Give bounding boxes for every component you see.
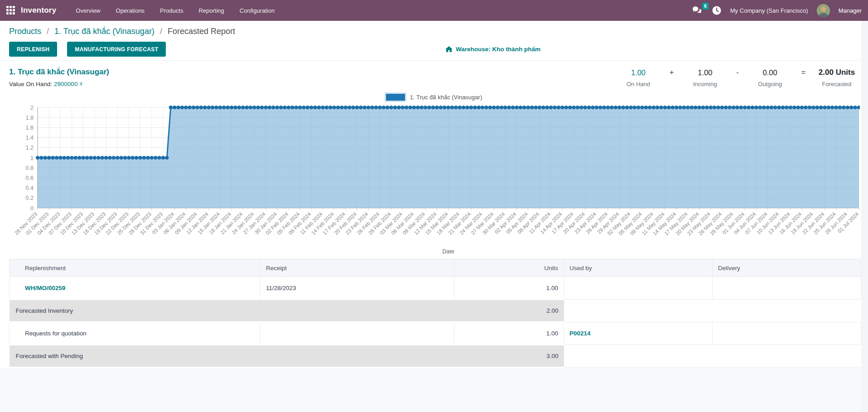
cell-receipt: 11/28/2023 — [260, 277, 454, 300]
chat-bubbles-icon — [692, 6, 703, 15]
cell-delivery — [713, 322, 861, 345]
nav-item-overview[interactable]: Overview — [68, 0, 108, 21]
value-on-hand-amount[interactable]: 2900000 ₫ — [54, 81, 82, 87]
cell-replenishment-link[interactable]: WH/MO/00259 — [25, 285, 65, 291]
stat-incoming: 1.00 Incoming — [685, 68, 724, 87]
column-header-used-by: Used by — [564, 259, 713, 277]
summary-label: Forecasted Inventory — [16, 307, 73, 314]
nav-item-reporting[interactable]: Reporting — [191, 0, 231, 21]
equals-operator: = — [790, 68, 817, 78]
breadcrumb-product[interactable]: 1. Trục đã khắc (Vinasugar) — [54, 27, 154, 36]
legend-label: 1. Trục đã khắc (Vinasugar) — [410, 94, 482, 101]
product-info: 1. Trục đã khắc (Vinasugar) Value On Han… — [9, 68, 109, 87]
product-title: 1. Trục đã khắc (Vinasugar) — [9, 68, 109, 77]
messages-icon[interactable]: 6 — [692, 6, 703, 15]
user-menu[interactable]: Manager — [839, 7, 862, 14]
value-on-hand: Value On Hand: 2900000 ₫ — [9, 81, 109, 87]
summary-units: 2.00 — [546, 307, 558, 314]
cell-units: 1.00 — [454, 277, 564, 300]
avatar[interactable] — [817, 4, 830, 17]
cell-delivery — [713, 277, 861, 300]
forecast-stats: 1.00 On Hand + 1.00 Incoming - 0.00 Outg… — [619, 68, 856, 87]
cell-used-by: P00214 — [564, 322, 713, 345]
nav-item-operations[interactable]: Operations — [108, 0, 153, 21]
legend-swatch — [386, 94, 405, 101]
warehouse-indicator: Warehouse: Kho thành phẩm — [445, 46, 540, 53]
summary-empty-cell — [564, 300, 861, 322]
table-row: Requests for quotation1.00P00214 — [10, 322, 861, 345]
nav-item-configuration[interactable]: Configuration — [232, 0, 282, 21]
x-axis-title: Date — [442, 248, 454, 255]
breadcrumb-current: Forecasted Report — [168, 27, 235, 36]
column-header-delivery: Delivery — [713, 259, 861, 277]
summary-cell: Forecasted with Pending3.00 — [10, 345, 564, 368]
stat-forecasted: 2.00 Units Forecasted — [817, 68, 856, 87]
forecast-chart-section: 1. Trục đã khắc (Vinasugar) 00.20.40.60.… — [0, 91, 868, 257]
y-tick-label: 0.8 — [26, 165, 34, 171]
summary-cell: Forecasted Inventory2.00 — [10, 300, 564, 322]
column-header-units: Units — [454, 259, 564, 277]
messages-count-badge: 6 — [702, 3, 709, 10]
nav-item-products[interactable]: Products — [152, 0, 191, 21]
breadcrumb: Products / 1. Trục đã khắc (Vinasugar) /… — [0, 21, 868, 38]
forecast-area-chart: 00.20.40.60.811.21.41.61.8228 Nov 202301… — [8, 103, 860, 257]
cell-replenishment: WH/MO/00259 — [10, 277, 260, 300]
y-tick-label: 1.4 — [26, 135, 34, 141]
activity-clock-icon[interactable] — [712, 5, 722, 15]
top-navbar: Inventory OverviewOperationsProductsRepo… — [0, 0, 868, 21]
y-tick-label: 1.2 — [26, 145, 34, 151]
column-header-receipt: Receipt — [260, 259, 454, 277]
table-row: Forecasted with Pending3.00 — [10, 345, 861, 368]
footer-space — [0, 368, 868, 412]
cell-used-by — [564, 277, 713, 300]
breadcrumb-products[interactable]: Products — [9, 27, 41, 36]
y-tick-label: 1.6 — [26, 125, 34, 131]
summary-units: 3.00 — [546, 353, 558, 359]
warehouse-label: Warehouse: Kho thành phẩm — [456, 46, 540, 53]
stat-outgoing: 0.00 Outgoing — [751, 68, 790, 87]
y-tick-label: 0 — [30, 205, 34, 212]
company-switcher[interactable]: My Company (San Francisco) — [730, 7, 808, 14]
y-tick-label: 1.8 — [26, 115, 34, 121]
manufacturing-forecast-button[interactable]: MANUFACTURING FORECAST — [67, 42, 166, 57]
replenishment-table-wrap: ReplenishmentReceiptUnitsUsed byDelivery… — [9, 259, 861, 368]
stat-on-hand: 1.00 On Hand — [619, 68, 658, 87]
y-tick-label: 2 — [30, 105, 34, 111]
column-header-replenishment: Replenishment — [10, 259, 260, 277]
replenish-button[interactable]: REPLENISH — [9, 42, 57, 57]
cell-used-by-link[interactable]: P00214 — [569, 330, 591, 337]
table-row: Forecasted Inventory2.00 — [10, 300, 861, 322]
minus-operator: - — [724, 68, 750, 78]
nav-menu: OverviewOperationsProductsReportingConfi… — [68, 0, 282, 21]
plus-operator: + — [658, 68, 685, 78]
inventory-forecast-page: Inventory OverviewOperationsProductsRepo… — [0, 0, 868, 412]
x-tick-labels: 28 Nov 202301 Dec 202304 Dec 202307 Dec … — [14, 211, 860, 237]
product-header: 1. Trục đã khắc (Vinasugar) Value On Han… — [0, 61, 868, 91]
app-name[interactable]: Inventory — [21, 6, 56, 15]
y-tick-label: 0.6 — [26, 175, 34, 181]
navbar-right: 6 My Company (San Francisco) Manager — [692, 4, 868, 17]
cell-replenishment: Requests for quotation — [10, 322, 260, 345]
y-tick-label: 1 — [30, 155, 34, 161]
y-tick-label: 0.2 — [26, 195, 34, 201]
cell-receipt — [260, 322, 454, 345]
vertical-scrollbar[interactable] — [862, 21, 868, 412]
apps-grid-icon[interactable] — [6, 6, 15, 15]
table-header-row: ReplenishmentReceiptUnitsUsed byDelivery — [10, 259, 861, 277]
summary-empty-cell — [564, 345, 861, 368]
cell-units: 1.00 — [454, 322, 564, 345]
y-tick-label: 0.4 — [26, 185, 34, 191]
home-icon — [445, 46, 453, 53]
actions-row: REPLENISH MANUFACTURING FORECAST Warehou… — [0, 38, 868, 61]
chart-legend[interactable]: 1. Trục đã khắc (Vinasugar) — [0, 91, 868, 103]
table-row: WH/MO/0025911/28/20231.00 — [10, 277, 861, 300]
replenishment-table: ReplenishmentReceiptUnitsUsed byDelivery… — [9, 259, 861, 368]
summary-label: Forecasted with Pending — [16, 353, 83, 359]
